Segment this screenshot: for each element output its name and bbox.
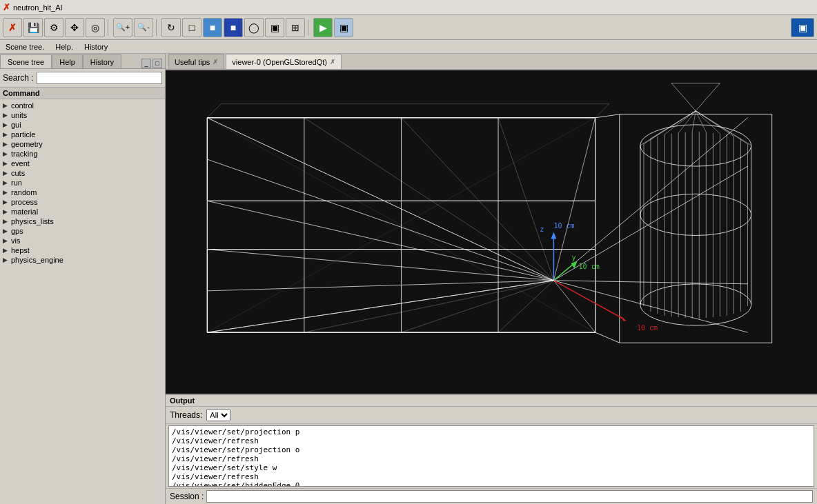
tree-item[interactable]: ▶particle xyxy=(0,130,165,139)
threads-select[interactable]: All012 xyxy=(206,409,230,421)
cube2-btn[interactable]: ■ xyxy=(224,18,243,37)
svg-text:y: y xyxy=(571,254,575,261)
tab-help[interactable]: Help xyxy=(52,54,83,68)
tree-arrow: ▶ xyxy=(3,131,11,138)
tab-useful-tips[interactable]: Useful tips ✗ xyxy=(168,54,224,69)
zoom-out-btn[interactable]: 🔍- xyxy=(134,18,153,37)
tree-arrow: ▶ xyxy=(3,170,11,177)
tab-scene-tree[interactable]: Scene tree xyxy=(0,54,52,68)
tree-arrow: ▶ xyxy=(3,141,11,148)
tree-item-label: hepst xyxy=(11,246,30,254)
tree-item-label: random xyxy=(11,188,37,196)
tree-item[interactable]: ▶cuts xyxy=(0,168,165,178)
app-icon: ✗ xyxy=(3,2,10,12)
main-area: Scene tree Help History _ □ Search : Com… xyxy=(0,54,817,504)
tree-item-label: run xyxy=(11,179,22,187)
move-btn[interactable]: ✥ xyxy=(65,18,84,37)
tree-item[interactable]: ▶gps xyxy=(0,226,165,236)
box-btn[interactable]: □ xyxy=(182,18,201,37)
menu-bar: Scene tree. Help. History xyxy=(0,40,817,54)
tree-item[interactable]: ▶tracking xyxy=(0,149,165,159)
menu-scene-tree[interactable]: Scene tree. xyxy=(3,43,47,51)
sep2 xyxy=(156,19,159,36)
tree-item[interactable]: ▶gui xyxy=(0,120,165,130)
tree-item-label: gui xyxy=(11,121,21,129)
close-btn[interactable]: ✗ xyxy=(3,18,22,37)
right-panel: Useful tips ✗ viewer-0 (OpenGLStoredQt) … xyxy=(166,54,817,504)
tree-item-label: process xyxy=(11,198,38,206)
tree-item[interactable]: ▶event xyxy=(0,159,165,168)
tree-item-label: material xyxy=(11,208,38,216)
tree-item-label: tracking xyxy=(11,150,38,158)
rotate-btn[interactable]: ↻ xyxy=(161,18,181,37)
menu-history[interactable]: History xyxy=(81,43,110,51)
tree-item[interactable]: ▶random xyxy=(0,188,165,197)
tree-arrow: ▶ xyxy=(3,102,11,109)
top-right-btn[interactable]: ▣ xyxy=(791,18,814,37)
search-input[interactable] xyxy=(37,72,162,84)
sphere-btn[interactable]: ◯ xyxy=(244,18,264,37)
tree-item[interactable]: ▶run xyxy=(0,178,165,188)
grid-btn[interactable]: ⊞ xyxy=(286,18,305,37)
command-label: Command xyxy=(0,88,165,99)
tree-item-label: physics_lists xyxy=(11,217,54,225)
tree-item-label: geometry xyxy=(11,140,43,148)
target-btn[interactable]: ◎ xyxy=(86,18,105,37)
tree-item[interactable]: ▶material xyxy=(0,207,165,216)
output-panel: Output Threads: All012 /vis/viewer/set/p… xyxy=(166,394,817,504)
sep1 xyxy=(108,19,110,36)
left-tab-bar: Scene tree Help History _ □ xyxy=(0,54,165,69)
frame-btn[interactable]: ▣ xyxy=(265,18,284,37)
close-useful-tips[interactable]: ✗ xyxy=(213,58,218,65)
output-text: /vis/viewer/set/projection p /vis/viewer… xyxy=(168,425,814,487)
search-label: Search : xyxy=(3,73,34,83)
session-row: Session : xyxy=(166,488,817,504)
tree-arrow: ▶ xyxy=(3,160,11,167)
tree-item[interactable]: ▶units xyxy=(0,110,165,120)
tree-item[interactable]: ▶control xyxy=(0,101,165,110)
output-label: Output xyxy=(166,395,817,407)
panel-min-btn[interactable]: _ xyxy=(141,59,151,68)
viewer-canvas[interactable]: z 10 cm y 10 cm 10 cm xyxy=(166,70,817,394)
tree-arrow: ▶ xyxy=(3,237,11,244)
panel-max-btn[interactable]: □ xyxy=(152,59,162,68)
tree-list: ▶control▶units▶gui▶particle▶geometry▶tra… xyxy=(0,99,165,504)
tree-item-label: units xyxy=(11,111,27,119)
tree-arrow: ▶ xyxy=(3,228,11,234)
svg-rect-0 xyxy=(166,77,817,388)
tree-arrow: ▶ xyxy=(3,150,11,157)
save-btn[interactable]: 💾 xyxy=(23,18,43,37)
tree-item-label: control xyxy=(11,101,34,110)
tree-item[interactable]: ▶vis xyxy=(0,236,165,245)
tree-arrow: ▶ xyxy=(3,121,11,128)
play-btn[interactable]: ▶ xyxy=(313,18,333,37)
tree-arrow: ▶ xyxy=(3,179,11,186)
tree-item-label: physics_engine xyxy=(11,256,63,264)
left-panel: Scene tree Help History _ □ Search : Com… xyxy=(0,54,166,504)
tab-viewer[interactable]: viewer-0 (OpenGLStoredQt) ✗ xyxy=(226,54,342,69)
tree-item[interactable]: ▶physics_lists xyxy=(0,216,165,226)
tree-item-label: event xyxy=(11,159,30,168)
menu-help[interactable]: Help. xyxy=(52,43,76,51)
tree-item[interactable]: ▶physics_engine xyxy=(0,255,165,265)
title-bar: ✗ neutron_hit_AI xyxy=(0,0,817,15)
settings-btn[interactable]: ⚙ xyxy=(44,18,63,37)
session-input[interactable] xyxy=(206,490,813,503)
sep3 xyxy=(308,19,311,36)
tree-arrow: ▶ xyxy=(3,218,11,225)
app-title: neutron_hit_AI xyxy=(13,3,63,12)
close-viewer[interactable]: ✗ xyxy=(330,58,335,65)
tree-arrow: ▶ xyxy=(3,199,11,205)
zoom-in-btn[interactable]: 🔍+ xyxy=(113,18,132,37)
tree-item[interactable]: ▶process xyxy=(0,197,165,207)
tree-item-label: particle xyxy=(11,130,35,139)
tree-arrow: ▶ xyxy=(3,247,11,254)
tree-arrow: ▶ xyxy=(3,208,11,215)
threads-label: Threads: xyxy=(170,410,202,420)
cube1-btn[interactable]: ■ xyxy=(203,18,222,37)
threads-row: Threads: All012 xyxy=(166,407,817,424)
tab-history[interactable]: History xyxy=(83,54,121,68)
tree-item[interactable]: ▶geometry xyxy=(0,139,165,149)
tree-item[interactable]: ▶hepst xyxy=(0,245,165,255)
extra-btn[interactable]: ▣ xyxy=(334,18,353,37)
